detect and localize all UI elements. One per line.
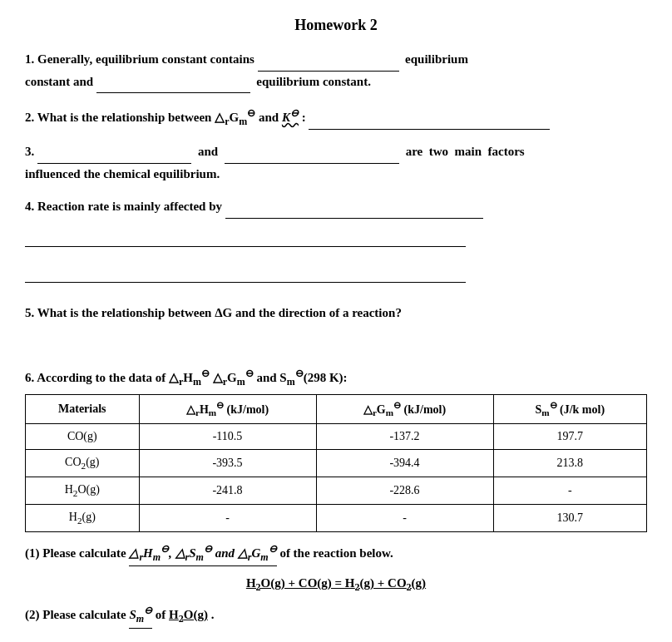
q1-blank1[interactable]: [258, 49, 399, 72]
q3-blank2[interactable]: [225, 141, 399, 164]
table-body: CO(g) -110.5 -137.2 197.7 CO2(g) -393.5 …: [26, 424, 647, 531]
q6-sub1-label: (1) Please calculate: [25, 546, 129, 560]
q1-text1: 1. Generally, equilibrium constant conta…: [25, 52, 254, 66]
q2-delta-r-Gm: △rGm⊖: [215, 111, 259, 124]
question-2: 2. What is the relationship between △rGm…: [25, 105, 647, 130]
q6-sub2-label: (2) Please calculate: [25, 608, 129, 621]
cell-Sm-1: 213.8: [493, 450, 646, 477]
q2-blank[interactable]: [309, 107, 550, 130]
cell-Sm-0: 197.7: [493, 424, 646, 450]
q6-intro-line: 6. According to the data of △rHm⊖ △rGm⊖ …: [25, 365, 647, 390]
question-3: 3. and are two main factors influenced t…: [25, 141, 647, 185]
q6-sub2: (2) Please calculate Sm⊖ of H2O(g) .: [25, 602, 647, 628]
q6-sub2-h2o: H2O(g): [169, 608, 208, 621]
q6-symbol1: △rHm⊖: [169, 371, 213, 384]
question-1: 1. Generally, equilibrium constant conta…: [25, 49, 647, 93]
cell-Hm-3: -: [139, 504, 316, 531]
question-4: 4. Reaction rate is mainly affected by: [25, 196, 647, 283]
q6-sub1-symbols: △rHm⊖, △rSm⊖ and △rGm⊖: [129, 541, 276, 566]
cell-material-1: CO2(g): [26, 450, 140, 477]
q3-and: and: [195, 141, 221, 163]
q6-sub2-symbols: Sm⊖: [129, 602, 152, 628]
q4-blank2[interactable]: [25, 225, 466, 248]
q3-text: are two main factors: [403, 141, 525, 163]
q6-and2: and: [256, 371, 279, 384]
q3-blank1[interactable]: [37, 141, 191, 164]
cell-material-3: H2(g): [26, 504, 140, 531]
cell-material-0: CO(g): [26, 424, 140, 450]
cell-Gm-3: -: [316, 504, 493, 531]
q1-text4: equilibrium constant.: [254, 75, 371, 88]
cell-Hm-0: -110.5: [139, 424, 316, 450]
chemical-equation: H2O(g) + CO(g) = H2(g) + CO2(g): [25, 573, 647, 595]
cell-Gm-1: -394.4: [316, 450, 493, 477]
q6-sub1: (1) Please calculate △rHm⊖, △rSm⊖ and △r…: [25, 541, 647, 566]
cell-Sm-3: 130.7: [493, 504, 646, 531]
col-Hm: △rHm⊖ (kJ/mol): [139, 394, 316, 423]
question-6: 6. According to the data of △rHm⊖ △rGm⊖ …: [25, 365, 647, 628]
cell-Hm-2: -241.8: [139, 477, 316, 504]
table-row: CO2(g) -393.5 -394.4 213.8: [26, 450, 647, 477]
cell-Hm-1: -393.5: [139, 450, 316, 477]
q6-sub2-period: .: [211, 608, 215, 621]
col-Sm: Sm⊖ (J/k mol): [493, 394, 646, 423]
q2-label: 2. What is the relationship between: [25, 111, 215, 124]
q1-blank2[interactable]: [96, 72, 250, 94]
table-row: H2O(g) -241.8 -228.6 -: [26, 477, 647, 504]
q2-and: and: [259, 111, 282, 124]
q6-symbol2: △rGm⊖: [213, 371, 257, 384]
q6-sub1-text: of the reaction below.: [279, 546, 393, 560]
q4-label: 4. Reaction rate is mainly affected by: [25, 200, 222, 213]
q4-blank3[interactable]: [25, 260, 466, 283]
table-header-row: Materials △rHm⊖ (kJ/mol) △rGm⊖ (kJ/mol) …: [26, 394, 647, 423]
col-Gm: △rGm⊖ (kJ/mol): [316, 394, 493, 423]
q4-extra-blanks: [25, 225, 647, 283]
q6-sub2-text: of: [156, 608, 169, 621]
data-table: Materials △rHm⊖ (kJ/mol) △rGm⊖ (kJ/mol) …: [25, 394, 647, 532]
col-materials: Materials: [26, 394, 140, 423]
q3-line: 3. and are two main factors: [25, 141, 647, 164]
q1-text2: equilibrium: [402, 52, 468, 66]
q2-colon: :: [302, 111, 306, 124]
q3-line2: influenced the chemical equilibrium.: [25, 164, 647, 185]
q6-symbol3: Sm⊖(298 K):: [279, 371, 347, 384]
q1-text3: constant and: [25, 75, 93, 88]
cell-Gm-2: -228.6: [316, 477, 493, 504]
cell-Sm-2: -: [493, 477, 646, 504]
table-row: H2(g) - - 130.7: [26, 504, 647, 531]
question-5: 5. What is the relationship between ΔG a…: [25, 303, 647, 324]
q5-text: 5. What is the relationship between ΔG a…: [25, 306, 402, 319]
cell-material-2: H2O(g): [26, 477, 140, 504]
q2-K-theta: K⊖: [282, 105, 299, 129]
table-row: CO(g) -110.5 -137.2 197.7: [26, 424, 647, 450]
q6-intro: 6. According to the data of: [25, 371, 169, 384]
q4-blank1[interactable]: [225, 196, 483, 219]
cell-Gm-0: -137.2: [316, 424, 493, 450]
page-title: Homework 2: [25, 17, 647, 34]
q3-label: 3.: [25, 141, 34, 163]
